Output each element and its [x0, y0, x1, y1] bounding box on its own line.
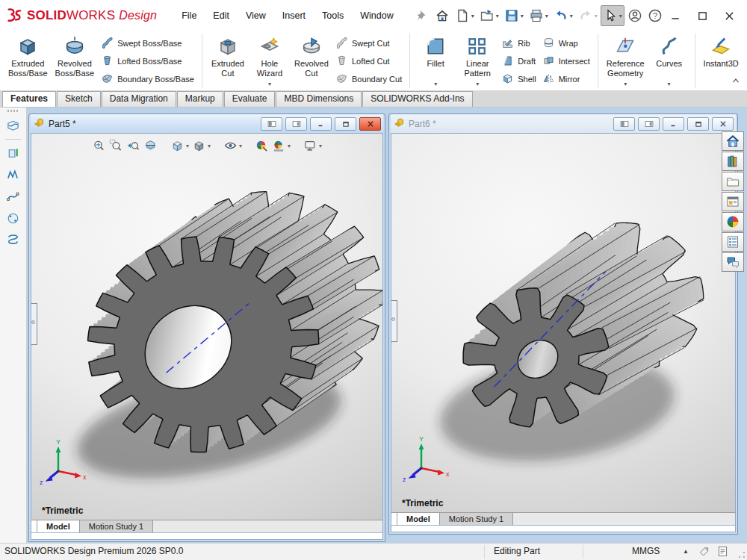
dropdown-caret-icon[interactable]: ▾ [496, 13, 499, 19]
statusbar-tag-button[interactable] [698, 545, 710, 560]
ribbon-linear-pattern-button[interactable]: LinearPattern▾ [456, 33, 498, 89]
ribbon-rib-button[interactable]: Rib [501, 35, 536, 52]
dropdown-caret-icon[interactable]: ▾ [521, 13, 524, 19]
statusbar-note-button[interactable] [716, 545, 729, 560]
dropdown-caret-icon[interactable]: ▾ [619, 13, 622, 19]
close-button[interactable] [719, 7, 740, 25]
dropdown-caret-icon[interactable]: ▾ [545, 13, 548, 19]
dropdown-caret-icon[interactable]: ▾ [208, 143, 211, 149]
ribbon-shell-button[interactable]: Shell [501, 71, 536, 87]
dropdown-caret-icon[interactable]: ▾ [624, 81, 627, 89]
dropdown-caret-icon[interactable]: ▾ [570, 13, 573, 19]
toolbar-grip[interactable] [7, 110, 19, 112]
pin-button[interactable] [412, 5, 432, 26]
ribbon-extruded-cut-button[interactable]: ExtrudedCut [207, 33, 249, 89]
dropdown-caret-icon[interactable]: ▾ [319, 143, 322, 149]
window-pane-right-button[interactable] [638, 117, 660, 131]
taskpane-custom-properties-button[interactable] [722, 232, 744, 252]
save-button[interactable]: ▾ [502, 5, 526, 26]
select-cursor-button[interactable]: ▾ [601, 5, 624, 26]
menu-tools[interactable]: Tools [314, 7, 352, 25]
helix-button[interactable] [4, 231, 22, 248]
tab-mbd-dimensions[interactable]: MBD Dimensions [276, 91, 362, 107]
edit-appearance-button[interactable] [255, 139, 269, 153]
horizontal-scrollbar[interactable] [391, 525, 735, 532]
dropdown-caret-icon[interactable]: ▾ [239, 143, 242, 149]
tab-evaluate[interactable]: Evaluate [224, 91, 276, 107]
feature-pane-handle[interactable] [391, 300, 397, 342]
menu-window[interactable]: Window [352, 7, 401, 25]
extrude-feature-button[interactable] [4, 145, 22, 161]
horizontal-scrollbar[interactable] [31, 532, 382, 539]
units-selector[interactable]: MMGS [632, 546, 660, 556]
ribbon-boundary-boss-button[interactable]: Boundary Boss/Base [101, 71, 194, 87]
ribbon-reference-geometry-button[interactable]: ReferenceGeometry▾ [603, 33, 648, 89]
ribbon-revolved-boss-button[interactable]: RevolvedBoss/Base [52, 33, 99, 89]
window-close-button[interactable] [712, 117, 734, 131]
hide-items-button[interactable]: ▾ [223, 139, 242, 153]
undo-button[interactable]: ▾ [551, 5, 575, 26]
window-minimize-button[interactable] [310, 117, 332, 131]
zoom-fit-button[interactable] [92, 139, 106, 153]
dropdown-caret-icon[interactable]: ▾ [288, 143, 291, 149]
redo-button[interactable]: ▾ [576, 5, 600, 26]
ribbon-lofted-cut-button[interactable]: Lofted Cut [335, 53, 402, 69]
tab-markup[interactable]: Markup [177, 91, 223, 107]
window-minimize-button[interactable] [663, 117, 684, 131]
user-account-button[interactable] [625, 5, 645, 26]
apply-scene-button[interactable]: ▾ [272, 139, 291, 153]
ribbon-intersect-button[interactable]: Intersect [542, 53, 590, 69]
print-button[interactable]: ▾ [527, 5, 551, 26]
previous-view-button[interactable] [126, 139, 140, 153]
tab-data-migration[interactable]: Data Migration [102, 91, 176, 107]
ribbon-fillet-button[interactable]: Fillet▾ [415, 33, 456, 89]
minimize-button[interactable] [665, 7, 686, 25]
graphics-viewport[interactable]: Yxz *Trimetric [391, 134, 735, 512]
taskpane-home-tp-button[interactable] [722, 131, 744, 151]
resize-grip[interactable] [738, 551, 746, 559]
doc-tab-scroll-stub[interactable] [391, 513, 397, 525]
menu-view[interactable]: View [238, 7, 274, 25]
taskpane-view-palette-button[interactable] [722, 192, 744, 211]
doc-tab-model[interactable]: Model [397, 513, 440, 525]
open-button[interactable]: ▾ [477, 5, 501, 26]
doc-tab-motion-study-1[interactable]: Motion Study 1 [80, 520, 153, 532]
window-pane-left-button[interactable] [261, 117, 282, 131]
units-dropdown-arrow[interactable]: ▲ [683, 548, 689, 555]
home-button[interactable] [433, 5, 452, 26]
doc-tab-motion-study-1[interactable]: Motion Study 1 [440, 513, 513, 525]
dropdown-caret-icon[interactable]: ▾ [186, 143, 189, 149]
window-pane-right-button[interactable] [285, 117, 307, 131]
taskpane-design-library-button[interactable] [722, 152, 744, 171]
window-titlebar[interactable]: Part5 * [31, 114, 383, 133]
view-settings-button[interactable]: ▾ [303, 139, 322, 153]
ribbon-collapse-button[interactable] [731, 75, 741, 88]
dropdown-caret-icon[interactable]: ▾ [268, 81, 271, 89]
doc-tab-model[interactable]: Model [37, 520, 80, 532]
menu-insert[interactable]: Insert [274, 7, 314, 25]
feature-pane-handle[interactable] [31, 303, 37, 345]
window-close-button[interactable] [359, 117, 381, 131]
window-restore-button[interactable] [687, 117, 709, 131]
taskpane-file-explorer-button[interactable] [722, 172, 744, 191]
tab-features[interactable]: Features [2, 91, 56, 107]
ribbon-wrap-button[interactable]: Wrap [542, 35, 590, 52]
view-orientation-button[interactable]: ▾ [170, 139, 189, 153]
window-titlebar[interactable]: Part6 * [391, 114, 736, 133]
ribbon-lofted-boss-button[interactable]: Lofted Boss/Base [101, 53, 194, 69]
dropdown-caret-icon[interactable]: ▾ [595, 13, 598, 19]
ribbon-mirror-button[interactable]: Mirror [542, 71, 590, 87]
dropdown-caret-icon[interactable]: ▾ [471, 13, 474, 19]
ribbon-swept-boss-button[interactable]: Swept Boss/Base [101, 35, 194, 52]
dropdown-caret-icon[interactable]: ▾ [668, 81, 671, 89]
sphere-sketch-button[interactable] [4, 210, 22, 226]
taskpane-appearances-button[interactable] [722, 212, 744, 231]
ribbon-extruded-boss-button[interactable]: ExtrudedBoss/Base [4, 33, 52, 89]
dropdown-caret-icon[interactable]: ▾ [434, 81, 437, 89]
tab-solidworks-add-ins[interactable]: SOLIDWORKS Add-Ins [362, 91, 472, 107]
help-button[interactable]: ? [645, 5, 665, 26]
ribbon-revolved-cut-button[interactable]: RevolvedCut [291, 33, 332, 89]
sketch-button[interactable] [4, 167, 22, 183]
window-pane-left-button[interactable] [613, 117, 635, 131]
doc-tab-scroll-stub[interactable] [31, 520, 37, 532]
